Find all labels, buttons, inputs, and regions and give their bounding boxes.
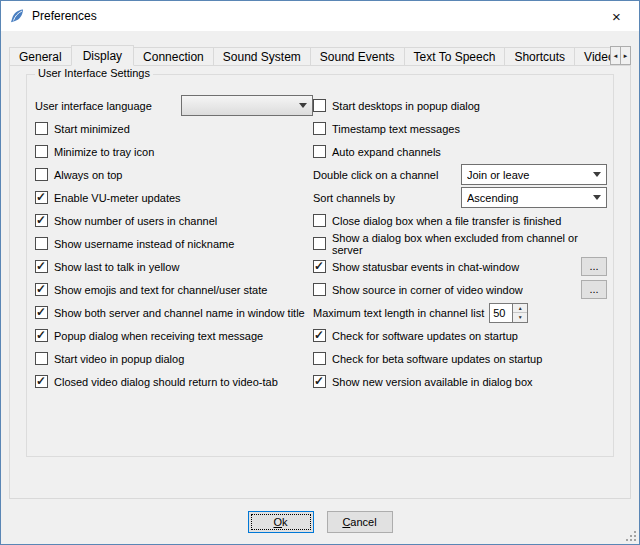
sort-channels-row: Sort channels by Ascending [313, 186, 607, 209]
checkbox-label: Enable VU-meter updates [54, 192, 181, 204]
cancel-button-label: ancel [350, 516, 376, 528]
checkbox-label: Show emojis and text for channel/user st… [54, 284, 267, 296]
checkbox-vu-meter-updates[interactable]: Enable VU-meter updates [35, 191, 181, 204]
checkbox-box [313, 99, 326, 112]
checkbox-box [35, 122, 48, 135]
checkbox-label: Show new version available in dialog box [332, 376, 533, 388]
checkbox-label: Check for software updates on startup [332, 330, 518, 342]
checkbox-box [35, 168, 48, 181]
checkbox-label: Show a dialog box when excluded from cha… [332, 232, 607, 256]
checkbox-label: Minimize to tray icon [54, 146, 154, 158]
checkbox-box [35, 283, 48, 296]
tab-display[interactable]: Display [71, 45, 134, 66]
checkbox-closed-video-return-tab[interactable]: Closed video dialog should return to vid… [35, 375, 278, 388]
checkbox-always-on-top[interactable]: Always on top [35, 168, 122, 181]
checkbox-show-new-version-dialog[interactable]: Show new version available in dialog box [313, 375, 533, 388]
language-select[interactable] [181, 95, 313, 116]
sort-channels-select[interactable]: Ascending [461, 187, 607, 208]
checkbox-timestamp-messages[interactable]: Timestamp text messages [313, 122, 460, 135]
checkbox-show-username[interactable]: Show username instead of nickname [35, 237, 234, 250]
checkbox-start-minimized[interactable]: Start minimized [35, 122, 130, 135]
right-column: Start desktops in popup dialog Timestamp… [313, 94, 607, 393]
double-click-select[interactable]: Join or leave [461, 164, 607, 185]
resize-grip[interactable] [625, 530, 637, 542]
checkbox-box [313, 145, 326, 158]
checkbox-label: Always on top [54, 169, 122, 181]
max-text-length-input[interactable] [489, 303, 513, 323]
checkbox-label: Show username instead of nickname [54, 238, 234, 250]
ok-button[interactable]: Ok [248, 511, 314, 533]
checkbox-label: Popup dialog when receiving text message [54, 330, 263, 342]
tab-scroll-right-button[interactable]: ► [620, 46, 631, 65]
checkbox-desktops-popup[interactable]: Start desktops in popup dialog [313, 99, 480, 112]
checkbox-start-video-popup[interactable]: Start video in popup dialog [35, 352, 184, 365]
checkbox-auto-expand-channels[interactable]: Auto expand channels [313, 145, 441, 158]
titlebar: Preferences × [1, 1, 639, 31]
window-title: Preferences [32, 9, 97, 23]
tab-text-to-speech[interactable]: Text To Speech [404, 47, 506, 66]
checkbox-check-updates-startup[interactable]: Check for software updates on startup [313, 329, 518, 342]
spin-up-button[interactable]: ▲ [513, 304, 527, 314]
checkbox-label: Start minimized [54, 123, 130, 135]
checkbox-box [313, 375, 326, 388]
checkbox-label: Timestamp text messages [332, 123, 460, 135]
ok-button-label: k [282, 516, 288, 528]
checkbox-statusbar-events[interactable]: Show statusbar events in chat-window [313, 260, 519, 273]
preferences-window: Preferences × General Display Connection… [0, 0, 640, 545]
checkbox-label: Start desktops in popup dialog [332, 100, 480, 112]
tab-shortcuts[interactable]: Shortcuts [504, 47, 575, 66]
statusbar-events-config-button[interactable]: ... [581, 257, 607, 276]
dialog-button-bar: Ok Cancel [1, 511, 639, 533]
checkbox-server-channel-in-title[interactable]: Show both server and channel name in win… [35, 306, 305, 319]
double-click-row: Double click on a channel Join or leave [313, 163, 607, 186]
checkbox-label: Check for beta software updates on start… [332, 353, 542, 365]
left-column: User interface language Start minimized … [35, 94, 313, 393]
tab-sound-events[interactable]: Sound Events [310, 47, 405, 66]
checkbox-excluded-dialog[interactable]: Show a dialog box when excluded from cha… [313, 232, 607, 256]
checkbox-box [313, 237, 326, 250]
checkbox-label: Auto expand channels [332, 146, 441, 158]
checkbox-show-user-count[interactable]: Show number of users in channel [35, 214, 217, 227]
tab-sound-system[interactable]: Sound System [213, 47, 311, 66]
checkbox-close-filetransfer-dialog[interactable]: Close dialog box when a file transfer is… [313, 214, 561, 227]
checkbox-box [35, 375, 48, 388]
checkbox-box [35, 145, 48, 158]
checkbox-emojis-text-state[interactable]: Show emojis and text for channel/user st… [35, 283, 267, 296]
language-row: User interface language [35, 94, 313, 117]
language-label: User interface language [35, 100, 152, 112]
tab-strip: General Display Connection Sound System … [9, 45, 613, 66]
tab-connection[interactable]: Connection [133, 47, 214, 66]
statusbar-events-row: Show statusbar events in chat-window ... [313, 255, 607, 278]
spinner-buttons: ▲ ▼ [513, 303, 528, 323]
ok-button-mnemonic: O [273, 516, 282, 528]
checkbox-minimize-to-tray[interactable]: Minimize to tray icon [35, 145, 154, 158]
checkbox-video-source-corner[interactable]: Show source in corner of video window [313, 283, 523, 296]
checkbox-last-to-talk-yellow[interactable]: Show last to talk in yellow [35, 260, 179, 273]
checkbox-label: Closed video dialog should return to vid… [54, 376, 278, 388]
max-text-length-row: Maximum text length in channel list ▲ ▼ [313, 301, 607, 324]
sort-channels-select-value: Ascending [467, 192, 587, 204]
tab-video[interactable]: Video [574, 47, 613, 66]
checkbox-label: Show both server and channel name in win… [54, 307, 305, 319]
tab-general[interactable]: General [9, 47, 72, 66]
checkbox-box [35, 352, 48, 365]
tab-scroll-control: ◄ ► [611, 46, 631, 65]
checkbox-box [35, 191, 48, 204]
chevron-down-icon [593, 195, 601, 200]
tab-bar: General Display Connection Sound System … [9, 45, 631, 66]
checkbox-label: Start video in popup dialog [54, 353, 184, 365]
checkbox-check-beta-updates-startup[interactable]: Check for beta software updates on start… [313, 352, 542, 365]
video-source-config-button[interactable]: ... [581, 280, 607, 299]
checkbox-label: Show statusbar events in chat-window [332, 261, 519, 273]
group-title: User Interface Settings [35, 67, 153, 79]
checkbox-box [313, 352, 326, 365]
checkbox-box [313, 329, 326, 342]
settings-columns: User interface language Start minimized … [27, 75, 613, 393]
checkbox-label: Show number of users in channel [54, 215, 217, 227]
cancel-button[interactable]: Cancel [327, 511, 393, 533]
spin-down-button[interactable]: ▼ [513, 313, 527, 322]
checkbox-box [313, 283, 326, 296]
close-button[interactable]: × [594, 1, 639, 31]
video-source-row: Show source in corner of video window ..… [313, 278, 607, 301]
checkbox-popup-text-message[interactable]: Popup dialog when receiving text message [35, 329, 263, 342]
